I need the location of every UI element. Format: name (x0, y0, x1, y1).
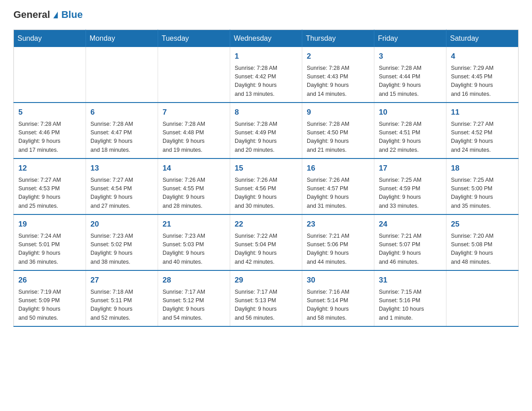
calendar-week-row: 5Sunrise: 7:28 AMSunset: 4:46 PMDaylight… (14, 103, 519, 158)
day-number: 18 (451, 163, 514, 174)
calendar-week-row: 12Sunrise: 7:27 AMSunset: 4:53 PMDayligh… (14, 158, 519, 214)
calendar-cell: 5Sunrise: 7:28 AMSunset: 4:46 PMDaylight… (14, 103, 86, 158)
weekday-header-friday: Friday (374, 30, 446, 47)
day-info: Sunrise: 7:28 AMSunset: 4:42 PMDaylight:… (235, 64, 297, 99)
day-info: Sunrise: 7:26 AMSunset: 4:56 PMDaylight:… (235, 176, 297, 211)
day-info: Sunrise: 7:28 AMSunset: 4:44 PMDaylight:… (379, 64, 442, 99)
day-number: 30 (307, 274, 369, 286)
calendar-header: SundayMondayTuesdayWednesdayThursdayFrid… (14, 30, 519, 47)
day-number: 28 (163, 274, 225, 286)
calendar-week-row: 26Sunrise: 7:19 AMSunset: 5:09 PMDayligh… (14, 270, 519, 326)
day-info: Sunrise: 7:28 AMSunset: 4:50 PMDaylight:… (307, 120, 369, 155)
logo: General Blue (13, 9, 83, 21)
day-number: 9 (307, 107, 369, 118)
day-info: Sunrise: 7:17 AMSunset: 5:13 PMDaylight:… (235, 288, 297, 323)
day-info: Sunrise: 7:22 AMSunset: 5:04 PMDaylight:… (235, 232, 297, 267)
day-number: 13 (90, 163, 153, 174)
day-info: Sunrise: 7:23 AMSunset: 5:03 PMDaylight:… (163, 232, 225, 267)
weekday-header-thursday: Thursday (302, 30, 374, 47)
day-info: Sunrise: 7:28 AMSunset: 4:49 PMDaylight:… (235, 120, 297, 155)
day-info: Sunrise: 7:18 AMSunset: 5:11 PMDaylight:… (90, 288, 153, 323)
day-info: Sunrise: 7:20 AMSunset: 5:08 PMDaylight:… (451, 232, 514, 267)
calendar-cell (446, 270, 519, 326)
calendar-cell: 20Sunrise: 7:23 AMSunset: 5:02 PMDayligh… (86, 214, 158, 270)
day-number: 11 (451, 107, 514, 118)
day-number: 27 (90, 274, 153, 286)
calendar-cell: 3Sunrise: 7:28 AMSunset: 4:44 PMDaylight… (374, 47, 446, 103)
weekday-header-tuesday: Tuesday (158, 30, 230, 47)
calendar-cell: 30Sunrise: 7:16 AMSunset: 5:14 PMDayligh… (302, 270, 374, 326)
calendar-cell: 16Sunrise: 7:26 AMSunset: 4:57 PMDayligh… (302, 158, 374, 214)
day-info: Sunrise: 7:27 AMSunset: 4:54 PMDaylight:… (90, 176, 153, 211)
day-number: 17 (379, 163, 442, 174)
day-info: Sunrise: 7:15 AMSunset: 5:16 PMDaylight:… (379, 288, 442, 323)
day-number: 6 (90, 107, 153, 118)
calendar-cell: 28Sunrise: 7:17 AMSunset: 5:12 PMDayligh… (158, 270, 230, 326)
day-number: 2 (307, 51, 369, 62)
day-number: 22 (235, 218, 297, 230)
weekday-header-monday: Monday (86, 30, 158, 47)
logo-text-blue: Blue (61, 9, 83, 21)
calendar-cell: 18Sunrise: 7:25 AMSunset: 5:00 PMDayligh… (446, 158, 519, 214)
day-number: 8 (235, 107, 297, 118)
calendar-cell: 9Sunrise: 7:28 AMSunset: 4:50 PMDaylight… (302, 103, 374, 158)
day-info: Sunrise: 7:25 AMSunset: 4:59 PMDaylight:… (379, 176, 442, 211)
day-info: Sunrise: 7:28 AMSunset: 4:46 PMDaylight:… (18, 120, 81, 155)
day-number: 16 (307, 163, 369, 174)
calendar-cell: 14Sunrise: 7:26 AMSunset: 4:55 PMDayligh… (158, 158, 230, 214)
calendar-cell: 26Sunrise: 7:19 AMSunset: 5:09 PMDayligh… (14, 270, 86, 326)
weekday-header-row: SundayMondayTuesdayWednesdayThursdayFrid… (14, 30, 519, 47)
weekday-header-sunday: Sunday (14, 30, 86, 47)
day-info: Sunrise: 7:19 AMSunset: 5:09 PMDaylight:… (18, 288, 81, 323)
day-info: Sunrise: 7:23 AMSunset: 5:02 PMDaylight:… (90, 232, 153, 267)
day-info: Sunrise: 7:24 AMSunset: 5:01 PMDaylight:… (18, 232, 81, 267)
calendar-cell: 19Sunrise: 7:24 AMSunset: 5:01 PMDayligh… (14, 214, 86, 270)
calendar-cell: 8Sunrise: 7:28 AMSunset: 4:49 PMDaylight… (230, 103, 302, 158)
day-number: 21 (163, 218, 225, 230)
day-info: Sunrise: 7:17 AMSunset: 5:12 PMDaylight:… (163, 288, 225, 323)
day-number: 12 (18, 163, 81, 174)
day-info: Sunrise: 7:28 AMSunset: 4:43 PMDaylight:… (307, 64, 369, 99)
day-info: Sunrise: 7:25 AMSunset: 5:00 PMDaylight:… (451, 176, 514, 211)
calendar-week-row: 1Sunrise: 7:28 AMSunset: 4:42 PMDaylight… (14, 47, 519, 103)
day-number: 25 (451, 218, 514, 230)
calendar-cell: 6Sunrise: 7:28 AMSunset: 4:47 PMDaylight… (86, 103, 158, 158)
day-number: 23 (307, 218, 369, 230)
day-info: Sunrise: 7:26 AMSunset: 4:57 PMDaylight:… (307, 176, 369, 211)
day-info: Sunrise: 7:28 AMSunset: 4:47 PMDaylight:… (90, 120, 153, 155)
day-info: Sunrise: 7:27 AMSunset: 4:53 PMDaylight:… (18, 176, 81, 211)
logo-text-general: General (13, 9, 50, 21)
calendar-cell: 23Sunrise: 7:21 AMSunset: 5:06 PMDayligh… (302, 214, 374, 270)
calendar-body: 1Sunrise: 7:28 AMSunset: 4:42 PMDaylight… (14, 47, 519, 326)
calendar-cell: 29Sunrise: 7:17 AMSunset: 5:13 PMDayligh… (230, 270, 302, 326)
calendar-cell: 25Sunrise: 7:20 AMSunset: 5:08 PMDayligh… (446, 214, 519, 270)
day-info: Sunrise: 7:21 AMSunset: 5:07 PMDaylight:… (379, 232, 442, 267)
calendar-week-row: 19Sunrise: 7:24 AMSunset: 5:01 PMDayligh… (14, 214, 519, 270)
calendar-cell: 12Sunrise: 7:27 AMSunset: 4:53 PMDayligh… (14, 158, 86, 214)
page-header: General Blue (13, 9, 519, 21)
calendar-cell: 15Sunrise: 7:26 AMSunset: 4:56 PMDayligh… (230, 158, 302, 214)
day-info: Sunrise: 7:28 AMSunset: 4:51 PMDaylight:… (379, 120, 442, 155)
day-number: 15 (235, 163, 297, 174)
day-number: 19 (18, 218, 81, 230)
calendar-cell: 22Sunrise: 7:22 AMSunset: 5:04 PMDayligh… (230, 214, 302, 270)
calendar-cell: 31Sunrise: 7:15 AMSunset: 5:16 PMDayligh… (374, 270, 446, 326)
day-info: Sunrise: 7:26 AMSunset: 4:55 PMDaylight:… (163, 176, 225, 211)
calendar-table: SundayMondayTuesdayWednesdayThursdayFrid… (13, 30, 519, 327)
day-info: Sunrise: 7:16 AMSunset: 5:14 PMDaylight:… (307, 288, 369, 323)
calendar-cell: 21Sunrise: 7:23 AMSunset: 5:03 PMDayligh… (158, 214, 230, 270)
calendar-cell (158, 47, 230, 103)
calendar-cell: 10Sunrise: 7:28 AMSunset: 4:51 PMDayligh… (374, 103, 446, 158)
calendar-cell (14, 47, 86, 103)
day-number: 7 (163, 107, 225, 118)
logo-triangle-icon (53, 12, 58, 18)
day-number: 5 (18, 107, 81, 118)
day-number: 20 (90, 218, 153, 230)
day-info: Sunrise: 7:29 AMSunset: 4:45 PMDaylight:… (451, 64, 514, 99)
calendar-cell (86, 47, 158, 103)
calendar-cell: 2Sunrise: 7:28 AMSunset: 4:43 PMDaylight… (302, 47, 374, 103)
calendar-cell: 17Sunrise: 7:25 AMSunset: 4:59 PMDayligh… (374, 158, 446, 214)
day-number: 26 (18, 274, 81, 286)
day-number: 29 (235, 274, 297, 286)
calendar-cell: 24Sunrise: 7:21 AMSunset: 5:07 PMDayligh… (374, 214, 446, 270)
